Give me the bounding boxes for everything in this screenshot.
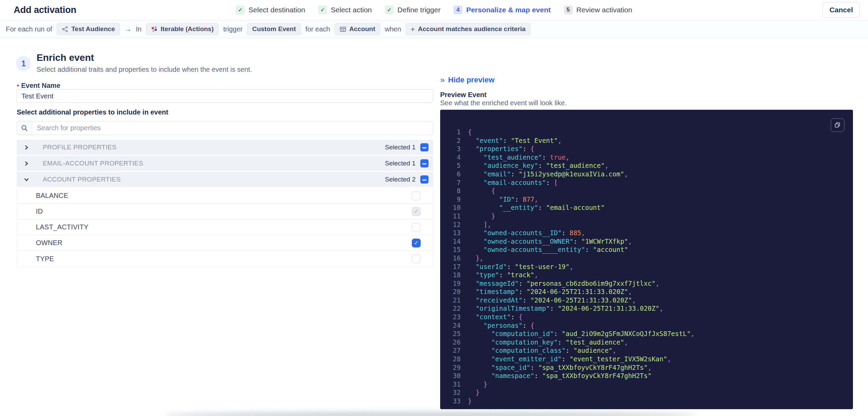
code-line: 18 "type": "track",	[440, 271, 853, 279]
event-name-field[interactable]	[17, 89, 433, 103]
chip-label: Account matches audience criteria	[418, 25, 526, 33]
property-checkbox[interactable]: ✓	[412, 239, 421, 247]
step-label: Review activation	[577, 6, 632, 14]
property-row-owner[interactable]: OWNER✓	[17, 235, 433, 251]
code-text: "ID": 877,	[468, 195, 538, 204]
code-text: "originalTimestamp": "2024-06-25T21:31:3…	[468, 304, 663, 313]
code-line: 23 "context": {	[440, 313, 853, 321]
enrich-event-title: Enrich event	[37, 52, 94, 63]
line-number: 23	[440, 313, 461, 321]
line-number: 9	[440, 195, 461, 204]
check-icon: ✓	[318, 5, 327, 14]
line-number: 12	[440, 220, 461, 229]
cancel-button[interactable]: Cancel	[823, 2, 860, 18]
chip-custom-event[interactable]: Custom Event	[247, 23, 301, 35]
search-icon	[17, 121, 32, 135]
line-number: 17	[440, 263, 461, 271]
chip-label: Custom Event	[252, 25, 296, 33]
plus-icon: +	[411, 26, 415, 33]
code-text: }	[468, 380, 487, 389]
code-line: 22 "originalTimestamp": "2024-06-25T21:3…	[440, 304, 853, 313]
code-line: 26 "computation_key": "test_audience",	[440, 338, 853, 347]
step-select-destination[interactable]: ✓Select destination	[236, 5, 305, 14]
step-review-activation[interactable]: 5Review activation	[564, 5, 632, 14]
code-line: 20 "timestamp": "2024-06-25T21:31:33.020…	[440, 287, 853, 296]
chip-label: Iterable (Actions)	[161, 25, 214, 33]
group-checkbox[interactable]	[420, 159, 429, 167]
group-row-account-properties[interactable]: ACCOUNT PROPERTIESSelected 2	[17, 172, 433, 187]
code-text: "computation_id": "aud_2iO9m2gSFmJNXCoQJ…	[468, 330, 695, 338]
selected-count: Selected 2	[385, 176, 416, 183]
check-icon: ✓	[385, 5, 394, 14]
group-checkbox[interactable]	[420, 175, 429, 184]
step-define-trigger[interactable]: ✓Define trigger	[385, 5, 440, 14]
step-label: Select destination	[248, 6, 305, 14]
group-checkbox[interactable]	[420, 143, 429, 151]
chip-test-audience[interactable]: Test Audience	[57, 23, 120, 35]
code-line: 3 "properties": {	[440, 145, 853, 153]
property-row-type[interactable]: TYPE	[17, 251, 433, 267]
chip-label: Account	[349, 25, 375, 33]
property-checkbox[interactable]: ✓	[412, 207, 421, 216]
step-personalize-map-event[interactable]: 4Personalize & map event	[453, 5, 551, 14]
code-line: 33}	[440, 397, 853, 405]
property-label: OWNER	[36, 239, 63, 247]
code-text: "email-accounts": [	[468, 178, 558, 187]
line-number: 16	[440, 254, 461, 263]
app-header: Add activation ✓Select destination✓Selec…	[0, 0, 868, 20]
code-text: "audience_key": "test_audience",	[468, 161, 609, 170]
chevron-right-icon[interactable]	[24, 161, 29, 166]
step-label: Select action	[331, 6, 372, 14]
trigger-text: for each	[306, 25, 330, 33]
property-row-last-activity[interactable]: LAST_ACTIVITY	[17, 219, 433, 235]
group-name: EMAIL-ACCOUNT PROPERTIES	[43, 160, 143, 167]
code-text: "space_id": "spa_tXXbfoyvCkY8rF47ghH2Ts"…	[468, 363, 652, 372]
property-row-id[interactable]: ID✓	[17, 204, 433, 219]
hide-preview-link[interactable]: » Hide preview	[440, 76, 494, 84]
required-dot-icon: •	[17, 82, 19, 89]
code-line: 1{	[440, 128, 853, 136]
properties-search-box	[17, 121, 433, 135]
code-text: }	[468, 212, 495, 220]
copy-button[interactable]	[831, 118, 844, 132]
line-number: 32	[440, 388, 461, 397]
group-row-email-account-properties[interactable]: EMAIL-ACCOUNT PROPERTIESSelected 1	[17, 156, 433, 171]
code-line: 30 "namespace": "spa_tXXbfoyvCkY8rF47ghH…	[440, 372, 853, 380]
property-checkbox[interactable]	[412, 191, 421, 200]
chip-account-matches-audience-criteria[interactable]: +Account matches audience criteria	[406, 23, 531, 35]
line-number: 25	[440, 330, 461, 338]
code-line: 19 "messageId": "personas_cb6zdbo6im9g7x…	[440, 279, 853, 288]
line-number: 22	[440, 304, 461, 313]
chevron-right-icon[interactable]	[24, 145, 29, 150]
code-text: "email": "j15i2ysedp@k1euxaIVia.com",	[468, 170, 628, 178]
chip-label: Test Audience	[71, 25, 115, 33]
page-title: Add activation	[14, 5, 76, 15]
property-row-balance[interactable]: BALANCE	[17, 188, 433, 204]
code-line: 15 "owned-accounts____entity": "account"	[440, 245, 853, 254]
chip-iterable-actions[interactable]: Iterable (Actions)	[146, 23, 219, 35]
code-text: "receivedAt": "2024-06-25T21:31:33.020Z"…	[468, 296, 636, 305]
line-number: 3	[440, 145, 461, 153]
line-number: 4	[440, 153, 461, 162]
step-select-action[interactable]: ✓Select action	[318, 5, 372, 14]
property-label: BALANCE	[36, 192, 68, 200]
event-name-label: •Event Name	[17, 82, 60, 90]
chevron-down-icon[interactable]	[24, 177, 29, 182]
selected-count: Selected 1	[385, 160, 416, 167]
search-input[interactable]	[32, 121, 433, 135]
line-number: 20	[440, 287, 461, 296]
code-line: 24 "personas": {	[440, 321, 853, 330]
property-checkbox[interactable]	[412, 223, 421, 232]
group-row-profile-properties[interactable]: PROFILE PROPERTIESSelected 1	[17, 140, 433, 155]
step-label: Define trigger	[397, 6, 440, 14]
code-line: 21 "receivedAt": "2024-06-25T21:31:33.02…	[440, 296, 853, 305]
code-line: 9 "ID": 877,	[440, 195, 853, 204]
chip-account[interactable]: Account	[335, 23, 380, 35]
property-checkbox[interactable]	[412, 254, 421, 263]
iterable-icon	[151, 26, 158, 32]
trigger-text: →	[124, 25, 131, 33]
code-text: "properties": {	[468, 145, 534, 153]
code-text: {	[468, 128, 472, 136]
preview-event-subtitle: See what the enriched event will look li…	[440, 99, 567, 107]
step-number-badge: 5	[564, 5, 573, 14]
